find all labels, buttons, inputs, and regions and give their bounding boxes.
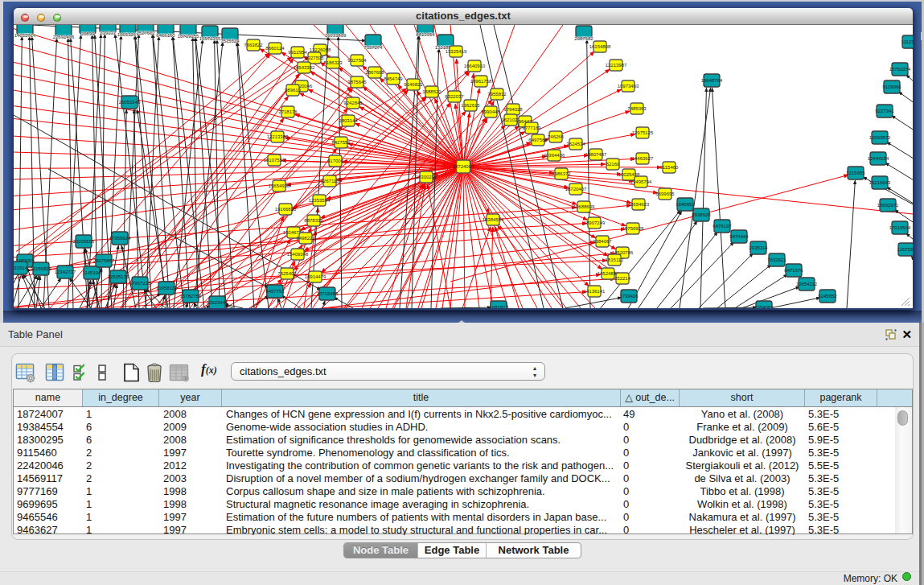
svg-text:12093872: 12093872 <box>869 135 891 140</box>
svg-text:252214: 252214 <box>614 276 631 281</box>
svg-text:16033809: 16033809 <box>325 33 347 38</box>
svg-text:13226058: 13226058 <box>310 47 331 52</box>
svg-text:3498222: 3498222 <box>296 236 315 241</box>
svg-text:7485063: 7485063 <box>627 106 647 111</box>
svg-text:989610: 989610 <box>285 88 302 93</box>
svg-text:19384554: 19384554 <box>483 217 504 222</box>
svg-text:9384067: 9384067 <box>593 239 612 244</box>
svg-text:13325419: 13325419 <box>446 49 467 54</box>
svg-text:7357274: 7357274 <box>363 45 383 50</box>
svg-text:13654923: 13654923 <box>628 202 650 207</box>
svg-text:14055714: 14055714 <box>14 33 36 38</box>
svg-text:7515524: 7515524 <box>220 39 240 43</box>
svg-text:10654112: 10654112 <box>796 282 818 286</box>
svg-text:17359924: 17359924 <box>109 236 131 241</box>
svg-text:1112334: 1112334 <box>901 39 913 44</box>
svg-text:9146821: 9146821 <box>404 82 423 87</box>
svg-text:26053346: 26053346 <box>119 100 141 105</box>
svg-text:10719155: 10719155 <box>178 34 199 39</box>
svg-text:9457791: 9457791 <box>265 289 285 294</box>
svg-text:8322037: 8322037 <box>445 94 464 99</box>
svg-text:1588520: 1588520 <box>422 89 441 94</box>
svg-text:13716485: 13716485 <box>317 291 339 296</box>
svg-text:9474444: 9474444 <box>729 234 749 239</box>
svg-text:1527602: 1527602 <box>136 31 155 35</box>
svg-text:18300295: 18300295 <box>416 175 437 179</box>
svg-text:20899: 20899 <box>81 31 95 36</box>
svg-text:8813054: 8813054 <box>416 32 435 37</box>
svg-text:417006: 417006 <box>327 159 344 163</box>
svg-text:2718176: 2718176 <box>278 109 298 114</box>
svg-text:16543382: 16543382 <box>294 65 315 70</box>
svg-text:6699695: 6699695 <box>655 192 675 196</box>
svg-text:19654938: 19654938 <box>269 183 290 188</box>
svg-text:9912954: 9912954 <box>288 50 307 55</box>
svg-text:1167534: 1167534 <box>897 247 913 252</box>
svg-text:16640910: 16640910 <box>464 64 486 68</box>
svg-text:746266: 746266 <box>548 134 565 139</box>
svg-text:13495794: 13495794 <box>630 179 652 184</box>
svg-text:14463627: 14463627 <box>632 156 654 161</box>
svg-text:12353594: 12353594 <box>309 198 331 203</box>
svg-text:7955812: 7955812 <box>487 92 507 97</box>
svg-text:3215955: 3215955 <box>846 171 865 175</box>
svg-text:7663822: 7663822 <box>244 43 263 47</box>
svg-text:2867608: 2867608 <box>365 70 384 75</box>
svg-text:62160: 62160 <box>606 162 620 167</box>
svg-text:12213987: 12213987 <box>606 63 627 68</box>
svg-text:20206556: 20206556 <box>73 239 95 244</box>
svg-text:6794028: 6794028 <box>503 107 523 112</box>
svg-text:1733426: 1733426 <box>619 294 639 299</box>
svg-text:3267110: 3267110 <box>321 179 340 183</box>
svg-text:18907249: 18907249 <box>584 220 606 225</box>
svg-text:239131: 239131 <box>100 31 117 35</box>
svg-text:16107553: 16107553 <box>264 158 285 163</box>
svg-text:16210643: 16210643 <box>869 180 891 185</box>
svg-text:12923446: 12923446 <box>207 300 228 305</box>
svg-text:12505135: 12505135 <box>108 274 129 279</box>
svg-text:18724007: 18724007 <box>453 164 474 169</box>
svg-text:6479197: 6479197 <box>713 224 732 229</box>
svg-text:1362615: 1362615 <box>461 103 480 108</box>
svg-text:6497568: 6497568 <box>528 138 548 142</box>
svg-text:7632621: 7632621 <box>767 257 786 262</box>
svg-text:7625402: 7625402 <box>277 271 297 276</box>
svg-text:1815112: 1815112 <box>606 257 625 262</box>
svg-text:16648764: 16648764 <box>701 78 723 83</box>
svg-text:16571355: 16571355 <box>199 36 221 41</box>
svg-text:12213383: 12213383 <box>267 134 289 139</box>
svg-text:15751074: 15751074 <box>889 67 911 72</box>
svg-text:16914479: 16914479 <box>305 274 326 279</box>
svg-text:12975125: 12975125 <box>632 130 654 135</box>
svg-text:8427552: 8427552 <box>331 140 351 145</box>
svg-text:2803144: 2803144 <box>339 118 358 123</box>
svg-text:22691406: 22691406 <box>53 35 75 39</box>
svg-text:8938928: 8938928 <box>692 212 711 217</box>
svg-text:9327504: 9327504 <box>347 58 367 63</box>
svg-text:19166825: 19166825 <box>275 207 297 212</box>
svg-text:17016504: 17016504 <box>889 225 911 230</box>
svg-text:3624534: 3624534 <box>566 142 585 146</box>
svg-text:8660124: 8660124 <box>265 46 285 51</box>
svg-text:16154808: 16154808 <box>589 44 611 49</box>
svg-text:19756928: 19756928 <box>622 226 644 231</box>
svg-text:1145194: 1145194 <box>83 270 102 275</box>
svg-text:10807487: 10807487 <box>585 152 607 157</box>
svg-text:29975887: 29975887 <box>93 258 115 263</box>
svg-text:20364436: 20364436 <box>544 153 565 158</box>
svg-text:12444154: 12444154 <box>868 156 889 161</box>
svg-text:9227341: 9227341 <box>875 109 894 113</box>
svg-text:3875645: 3875645 <box>347 80 367 84</box>
svg-text:15409348: 15409348 <box>287 252 309 257</box>
svg-text:1640951: 1640951 <box>676 202 695 207</box>
svg-text:11156829: 11156829 <box>31 266 51 271</box>
svg-text:9129966: 9129966 <box>882 84 901 89</box>
svg-text:9242845: 9242845 <box>343 101 363 105</box>
svg-text:8454749: 8454749 <box>384 76 403 81</box>
svg-text:2935114: 2935114 <box>749 245 769 250</box>
svg-text:2087682: 2087682 <box>574 36 593 41</box>
svg-text:9327505: 9327505 <box>305 56 324 60</box>
svg-text:8878332: 8878332 <box>304 218 323 223</box>
svg-text:391514: 391514 <box>14 266 28 270</box>
svg-text:9777169: 9777169 <box>522 126 541 130</box>
